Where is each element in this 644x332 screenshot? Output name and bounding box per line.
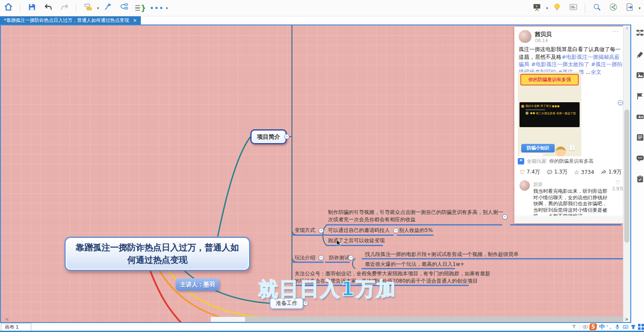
topic-invite-benefit[interactable]: 别人收益的5% [399, 227, 433, 234]
collapse-button-fraud-test[interactable]: − [348, 255, 353, 260]
undo-button[interactable] [42, 2, 55, 15]
tasks-button[interactable] [636, 175, 644, 184]
topic-gameplay-detail-1[interactable]: 找几段孤注一掷的电影片段+测试试卷剪成一个视频，制作超级简单 [365, 251, 519, 258]
collapse-button-gameplay[interactable]: − [319, 255, 324, 260]
mindmap-canvas[interactable]: 项目简介 − 靠蹭孤注一掷防诈热点日入过万，普通人如何通过热点变现 主讲人：墨羽… [0, 24, 631, 323]
vertical-scrollbar[interactable]: ∧ ∨ [623, 25, 630, 322]
micro-text-bar [526, 109, 545, 110]
collapse-button-project-intro[interactable]: − [284, 134, 289, 139]
more-dropdown-caret[interactable]: ▾ [166, 6, 168, 10]
topic-gameplay[interactable]: 玩法介绍 [295, 254, 315, 261]
collapse-button-post-panel[interactable]: − [618, 100, 623, 105]
comments-button[interactable] [636, 154, 644, 164]
toolbar-divider [76, 3, 76, 13]
mini-avatar [526, 112, 529, 115]
ime-punct-button[interactable]: '， [606, 323, 614, 330]
outline-button[interactable]: } [134, 2, 147, 15]
share-icon [609, 3, 618, 13]
cartoon-face [556, 146, 566, 156]
comments-stat: 1.3万 [547, 168, 568, 176]
filter-button[interactable] [570, 323, 578, 330]
share-button[interactable] [607, 2, 620, 15]
new-topic-dropdown-caret[interactable]: ▾ [97, 6, 99, 10]
topic-monetization-child-2[interactable]: 可以通过自己的邀请码拉人 [328, 227, 390, 234]
scroll-left-arrow[interactable]: < [5, 317, 9, 322]
structure-button[interactable] [636, 29, 644, 38]
topic-fraud-test[interactable]: 防诈测试 [329, 254, 349, 261]
more-tools-button[interactable]: ••• [151, 2, 164, 15]
sticker-button[interactable]: A [636, 113, 644, 122]
post-more-icon: ··· [612, 28, 619, 35]
topic-monetization[interactable]: 变现方式 [295, 227, 315, 234]
top-toolbar: ▾ } ••• ▾ ▾ ▾ [0, 0, 644, 16]
presenter-badge[interactable]: 主讲人：墨羽 [176, 278, 219, 291]
likes-count: 7.4万 [527, 168, 540, 176]
new-topic-button[interactable] [82, 2, 94, 15]
redo-button[interactable] [58, 2, 71, 15]
microphone-icon [614, 324, 620, 330]
tab-close-icon[interactable]: × [133, 18, 137, 23]
emoji-dot [555, 105, 557, 107]
ime-eye-button[interactable] [581, 323, 589, 330]
horizontal-scrollbar-thumb[interactable] [211, 317, 245, 322]
image-button[interactable] [636, 71, 644, 80]
scroll-right-arrow[interactable]: > [625, 317, 628, 322]
branch-underline [326, 245, 383, 246]
flag-icon [636, 92, 644, 101]
export-dropdown-caret[interactable]: ▾ [638, 6, 641, 10]
topic-monetization-child-1[interactable]: 制作防骗的引导视频，引导观众点击测一测自己的防骗意识有多高，别人测一次或者充一次… [328, 209, 505, 223]
collapse-button-monetization-child-2[interactable]: − [393, 228, 398, 233]
document-tab[interactable]: *靠蹭孤注一掷防诈热点日入过万，普通人如何通过热点变现 × [0, 16, 141, 24]
video-bottom-banner: 防骗小知识 [521, 144, 555, 152]
ime-apps-button[interactable] [637, 323, 644, 330]
new-topic-icon [84, 3, 93, 13]
flag-button[interactable] [636, 92, 644, 101]
ime-skin-button[interactable] [629, 323, 637, 330]
keyboard-icon [623, 324, 629, 330]
scroll-up-arrow[interactable]: ∧ [623, 26, 631, 30]
comment-avatar [519, 180, 530, 191]
insert-node-button[interactable] [118, 2, 131, 15]
inspiration-button[interactable] [550, 2, 563, 15]
post-stats-row: ♡7.4万 1.3万 ☆3734 1.9万 [517, 168, 624, 176]
theme-button[interactable] [636, 50, 644, 60]
branch-underline [325, 262, 350, 263]
video-caption-row: * 全能玩家 你的防骗意识有多高 [518, 158, 594, 164]
emoji-dot [552, 105, 554, 107]
undo-icon [44, 3, 53, 13]
ime-mic-button[interactable] [614, 323, 621, 330]
watermark-sticker[interactable]: 就日日入1万加 [258, 276, 397, 302]
emoji-dot [557, 105, 559, 107]
branch-underline [361, 268, 455, 269]
home-icon [4, 3, 13, 13]
horizontal-scrollbar[interactable] [210, 317, 623, 322]
collapse-button-monetization[interactable]: − [319, 228, 324, 233]
vertical-scrollbar-thumb[interactable] [624, 110, 629, 243]
notes-button[interactable] [636, 133, 644, 143]
search-button[interactable] [590, 2, 603, 15]
statusbar-divider [580, 324, 580, 329]
toolbar-left-group: ▾ } ••• ▾ [0, 2, 169, 15]
ime-lang-button[interactable]: 中 [598, 323, 606, 330]
video-banner: 你的防骗意识有多强 [520, 74, 579, 85]
embedded-post-panel[interactable]: 茜贝贝 08.14 ··· 孤注一掷这电影我算是白看了认真做了每一道题，居然不及… [514, 27, 627, 223]
video-app-icon: * [518, 158, 524, 164]
notes-panel-button[interactable] [567, 2, 580, 15]
relationship-button[interactable] [102, 2, 115, 15]
save-button[interactable] [25, 2, 38, 15]
home-button[interactable] [2, 2, 15, 15]
topic-gameplay-detail-2[interactable]: 最近很火爆的一个玩法，最高的人日入1w+ [365, 261, 465, 268]
presentation-dropdown-caret[interactable]: ▾ [546, 6, 548, 10]
sheet-tab[interactable]: 画布 1 [1, 323, 31, 331]
sogou-s-icon: S [589, 323, 597, 330]
sogou-button[interactable]: S [589, 323, 597, 330]
right-sidebar: A [631, 24, 644, 331]
presentation-button[interactable] [531, 2, 544, 15]
panel-footer-strip [514, 216, 627, 223]
filter-icon [571, 324, 577, 330]
collapse-button-monetization-child-1[interactable]: − [502, 214, 507, 219]
central-topic[interactable]: 靠蹭孤注一掷防诈热点日入过万，普通人如何通过热点变现 [64, 237, 250, 271]
topic-project-intro[interactable]: 项目简介 [250, 129, 287, 144]
export-button[interactable] [623, 2, 636, 15]
ime-keyboard-button[interactable] [622, 323, 629, 330]
